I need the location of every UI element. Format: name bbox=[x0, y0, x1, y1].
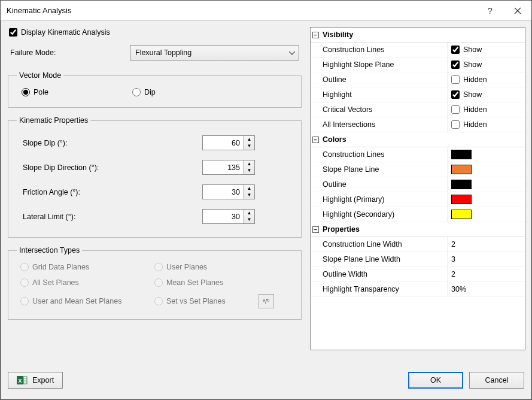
ok-button[interactable]: OK bbox=[408, 372, 463, 389]
user-mean-set-planes-label: User and Mean Set Planes bbox=[32, 297, 121, 305]
visibility-outline-value[interactable]: Hidden bbox=[447, 72, 525, 87]
visibility-outline-checkbox[interactable] bbox=[451, 75, 460, 84]
visibility-outline-label: Outline bbox=[320, 75, 447, 84]
friction-angle-spinner[interactable]: ▲▼ bbox=[244, 184, 255, 199]
prop-slope-width-value[interactable]: 3 bbox=[447, 252, 525, 266]
intersection-types-legend: Intersection Types bbox=[17, 246, 82, 254]
titlebar: Kinematic Analysis ? bbox=[1, 1, 531, 21]
visibility-all-intersections-label: All Intersections bbox=[320, 120, 447, 129]
vector-mode-pole-label: Pole bbox=[34, 88, 48, 96]
color-slope-plane-value[interactable] bbox=[447, 162, 525, 177]
close-button[interactable] bbox=[504, 1, 531, 21]
collapse-toggle-visibility[interactable]: – bbox=[311, 32, 320, 38]
prop-highlight-transparency-label: Highlight Transparency bbox=[320, 285, 447, 293]
mean-set-planes-label: Mean Set Planes bbox=[166, 278, 223, 287]
failure-mode-dropdown[interactable]: Flexural Toppling bbox=[130, 45, 299, 60]
prop-highlight-transparency-value[interactable]: 30% bbox=[447, 282, 525, 296]
visibility-highlight-slope-checkbox[interactable] bbox=[451, 60, 460, 69]
export-button[interactable]: X Export bbox=[8, 372, 63, 389]
colors-section-label: Colors bbox=[320, 135, 525, 144]
lateral-limit-label: Lateral Limit (°): bbox=[23, 213, 202, 221]
visibility-critical-vectors-value[interactable]: Hidden bbox=[447, 102, 525, 117]
excel-icon: X bbox=[17, 375, 28, 386]
close-icon bbox=[514, 7, 521, 14]
mean-set-planes-radio bbox=[154, 278, 163, 287]
failure-mode-selected: Flexural Toppling bbox=[135, 49, 191, 57]
visibility-highlight-slope-label: Highlight Slope Plane bbox=[320, 60, 447, 69]
failure-mode-label: Failure Mode: bbox=[10, 49, 130, 57]
visibility-all-intersections-checkbox[interactable] bbox=[451, 120, 460, 129]
slope-dip-dir-spinner[interactable]: ▲▼ bbox=[244, 160, 255, 175]
intersection-types-fieldset: Intersection Types Grid Data Planes User… bbox=[8, 246, 302, 320]
all-set-planes: All Set Planes bbox=[20, 278, 152, 287]
visibility-highlight-slope-value[interactable]: Show bbox=[447, 57, 525, 72]
vector-mode-legend: Vector Mode bbox=[17, 71, 63, 80]
ok-button-label: OK bbox=[430, 376, 441, 384]
display-analysis-row: Display Kinematic Analysis bbox=[7, 27, 303, 40]
visibility-highlight-value[interactable]: Show bbox=[447, 87, 525, 102]
all-set-planes-label: All Set Planes bbox=[32, 278, 79, 287]
color-outline-swatch bbox=[451, 180, 472, 189]
set-vs-set-planes-label: Set vs Set Planes bbox=[166, 297, 226, 305]
slope-dip-label: Slope Dip (°): bbox=[23, 139, 202, 147]
color-slope-plane-swatch bbox=[451, 165, 472, 174]
color-outline-label: Outline bbox=[320, 180, 447, 189]
color-highlight-primary-value[interactable] bbox=[447, 192, 525, 207]
color-outline-value[interactable] bbox=[447, 177, 525, 192]
chevron-down-icon bbox=[289, 49, 295, 57]
vector-mode-pole[interactable]: Pole bbox=[22, 88, 48, 96]
display-analysis-checkbox[interactable] bbox=[9, 28, 17, 37]
mean-set-planes: Mean Set Planes bbox=[154, 278, 256, 287]
vector-mode-dip-radio[interactable] bbox=[132, 88, 141, 96]
slope-dip-spinner[interactable]: ▲▼ bbox=[244, 135, 255, 150]
prop-slope-width-label: Slope Plane Line Width bbox=[320, 255, 447, 263]
user-mean-set-planes: User and Mean Set Planes bbox=[20, 294, 152, 308]
color-construction-lines-label: Construction Lines bbox=[320, 150, 447, 159]
friction-angle-input[interactable] bbox=[202, 184, 244, 199]
color-construction-lines-value[interactable] bbox=[447, 147, 525, 162]
visibility-all-intersections-value[interactable]: Hidden bbox=[447, 117, 525, 132]
properties-section-label: Properties bbox=[320, 225, 525, 234]
prop-outline-width-value[interactable]: 2 bbox=[447, 267, 525, 281]
vector-mode-dip-label: Dip bbox=[144, 88, 156, 96]
grid-data-planes-radio bbox=[20, 263, 29, 271]
visibility-highlight-checkbox[interactable] bbox=[451, 90, 460, 99]
grid-data-planes-label: Grid Data Planes bbox=[32, 263, 89, 271]
ab-toggle-button[interactable]: ᵃ/ᵇ bbox=[259, 294, 274, 308]
visibility-critical-vectors-checkbox[interactable] bbox=[451, 105, 460, 114]
user-mean-set-planes-radio bbox=[20, 297, 29, 305]
visibility-section-label: Visibility bbox=[320, 31, 525, 39]
friction-angle-label: Friction Angle (°): bbox=[23, 188, 202, 196]
prop-construction-width-value[interactable]: 2 bbox=[447, 237, 525, 251]
lateral-limit-input[interactable] bbox=[202, 209, 244, 224]
visibility-critical-vectors-label: Critical Vectors bbox=[320, 105, 447, 114]
window-title: Kinematic Analysis bbox=[7, 6, 476, 15]
kinematic-properties-fieldset: Kinematic Properties Slope Dip (°): ▲▼ S… bbox=[8, 116, 302, 238]
vector-mode-dip[interactable]: Dip bbox=[132, 88, 156, 96]
help-button[interactable]: ? bbox=[476, 1, 504, 21]
svg-text:X: X bbox=[18, 378, 22, 384]
slope-dip-dir-label: Slope Dip Direction (°): bbox=[23, 163, 202, 172]
grid-data-planes: Grid Data Planes bbox=[20, 263, 152, 271]
user-planes-label: User Planes bbox=[166, 263, 207, 271]
visibility-construction-lines-value[interactable]: Show bbox=[447, 43, 525, 57]
cancel-button-label: Cancel bbox=[485, 376, 509, 384]
prop-construction-width-label: Construction Line Width bbox=[320, 240, 447, 249]
slope-dip-dir-input[interactable] bbox=[202, 160, 244, 175]
visibility-construction-lines-label: Construction Lines bbox=[320, 46, 447, 54]
visibility-highlight-label: Highlight bbox=[320, 90, 447, 99]
vector-mode-pole-radio[interactable] bbox=[22, 88, 30, 96]
lateral-limit-spinner[interactable]: ▲▼ bbox=[244, 209, 255, 224]
slope-dip-input[interactable] bbox=[202, 135, 244, 150]
set-vs-set-planes: Set vs Set Planes bbox=[154, 294, 256, 308]
cancel-button[interactable]: Cancel bbox=[469, 372, 524, 389]
kinematic-properties-legend: Kinematic Properties bbox=[17, 116, 90, 125]
visibility-construction-lines-checkbox[interactable] bbox=[451, 46, 460, 54]
export-button-label: Export bbox=[32, 376, 54, 384]
color-highlight-secondary-value[interactable] bbox=[447, 207, 525, 222]
color-highlight-primary-swatch bbox=[451, 195, 472, 204]
collapse-toggle-properties[interactable]: – bbox=[311, 226, 320, 233]
user-planes-radio bbox=[154, 263, 163, 271]
button-bar: X Export OK Cancel bbox=[1, 367, 531, 399]
collapse-toggle-colors[interactable]: – bbox=[311, 137, 320, 143]
